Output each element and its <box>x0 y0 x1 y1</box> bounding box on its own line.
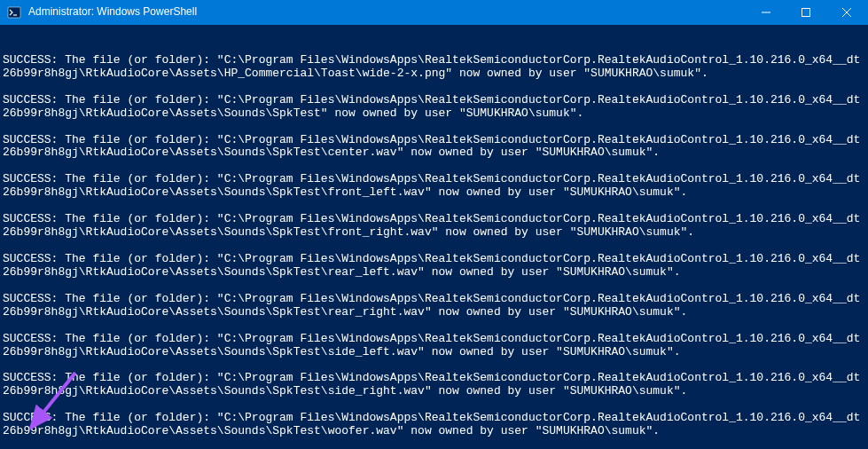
minimize-icon <box>762 8 770 17</box>
terminal-output[interactable]: SUCCESS: The file (or folder): "C:\Progr… <box>0 25 868 449</box>
output-line: SUCCESS: The file (or folder): "C:\Progr… <box>3 412 865 438</box>
output-line <box>3 200 865 213</box>
svg-rect-0 <box>8 7 20 18</box>
output-line <box>3 319 865 333</box>
output-line <box>3 240 865 253</box>
window-controls <box>746 0 868 25</box>
close-button[interactable] <box>825 0 868 25</box>
output-line: SUCCESS: The file (or folder): "C:\Progr… <box>3 54 865 81</box>
output-line <box>3 121 865 134</box>
powershell-icon <box>7 5 21 20</box>
output-lines: SUCCESS: The file (or folder): "C:\Progr… <box>3 54 865 438</box>
output-line: SUCCESS: The file (or folder): "C:\Progr… <box>3 372 865 398</box>
output-line <box>3 358 865 372</box>
output-line: SUCCESS: The file (or folder): "C:\Progr… <box>3 333 865 359</box>
output-line <box>3 280 865 293</box>
output-line: SUCCESS: The file (or folder): "C:\Progr… <box>3 293 865 319</box>
minimize-button[interactable] <box>746 0 786 25</box>
output-line: SUCCESS: The file (or folder): "C:\Progr… <box>3 134 865 161</box>
output-line <box>3 160 865 173</box>
output-line: SUCCESS: The file (or folder): "C:\Progr… <box>3 253 865 280</box>
maximize-icon <box>802 8 810 17</box>
output-line: SUCCESS: The file (or folder): "C:\Progr… <box>3 94 865 121</box>
output-line: SUCCESS: The file (or folder): "C:\Progr… <box>3 173 865 200</box>
output-line <box>3 81 865 94</box>
close-icon <box>842 8 851 17</box>
maximize-button[interactable] <box>786 0 825 25</box>
window-title-bar: Administrator: Windows PowerShell <box>0 0 868 25</box>
output-line <box>3 398 865 412</box>
output-line: SUCCESS: The file (or folder): "C:\Progr… <box>3 213 865 240</box>
window-title: Administrator: Windows PowerShell <box>27 6 746 19</box>
svg-rect-3 <box>802 9 809 17</box>
